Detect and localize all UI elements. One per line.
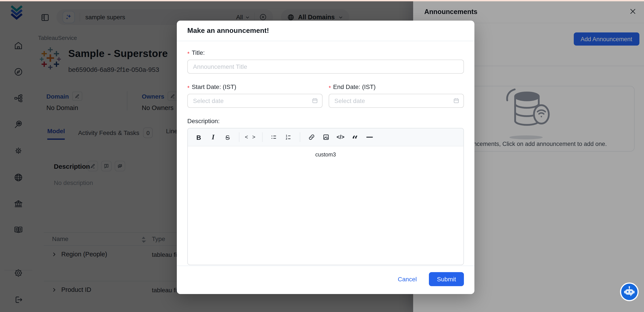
inline-code-icon[interactable]: < > <box>244 131 257 143</box>
cancel-button[interactable]: Cancel <box>398 276 417 283</box>
required-mark: * <box>187 84 190 91</box>
screen: sample supers All All Domains <box>0 0 644 312</box>
editor-content[interactable]: custom3 <box>188 146 464 265</box>
strikethrough-icon[interactable]: S <box>221 131 234 143</box>
robot-icon <box>620 282 639 301</box>
italic-icon[interactable]: I <box>206 131 220 143</box>
bold-icon[interactable]: B <box>192 131 205 143</box>
rich-text-editor: B I S < > 12 <box>187 128 464 265</box>
numbered-list-icon[interactable]: 12 <box>282 131 295 143</box>
end-date-label: End Date: (IST) <box>333 83 376 90</box>
start-date-input[interactable] <box>187 94 322 108</box>
toolbar-divider <box>300 132 300 142</box>
image-icon[interactable] <box>320 131 332 143</box>
dialog-footer: Cancel Submit <box>177 265 474 294</box>
required-mark: * <box>187 50 190 57</box>
horizontal-rule-icon[interactable] <box>363 131 376 143</box>
bulleted-list-icon[interactable] <box>268 131 280 143</box>
toolbar-divider <box>239 132 240 142</box>
quote-icon[interactable]: “ <box>348 128 362 146</box>
end-date-input[interactable] <box>329 94 464 108</box>
dialog-title: Make an announcement! <box>177 21 474 41</box>
svg-text:1: 1 <box>286 134 287 137</box>
code-block-icon[interactable]: </> <box>334 131 347 143</box>
description-field-label: Description: <box>187 117 220 124</box>
link-icon[interactable] <box>305 131 318 143</box>
make-announcement-dialog: Make an announcement! * Title: * Start D… <box>177 21 474 294</box>
required-mark: * <box>329 84 331 91</box>
submit-button[interactable]: Submit <box>429 272 464 286</box>
toolbar-divider <box>262 132 262 142</box>
svg-text:2: 2 <box>286 137 287 140</box>
start-date-label: Start Date: (IST) <box>192 83 236 90</box>
announcement-title-input[interactable] <box>187 60 464 74</box>
top-accent-bar <box>0 0 644 1</box>
editor-toolbar: B I S < > 12 <box>188 128 464 146</box>
chatbot-button[interactable] <box>620 282 639 301</box>
title-field-label: Title: <box>192 49 205 56</box>
